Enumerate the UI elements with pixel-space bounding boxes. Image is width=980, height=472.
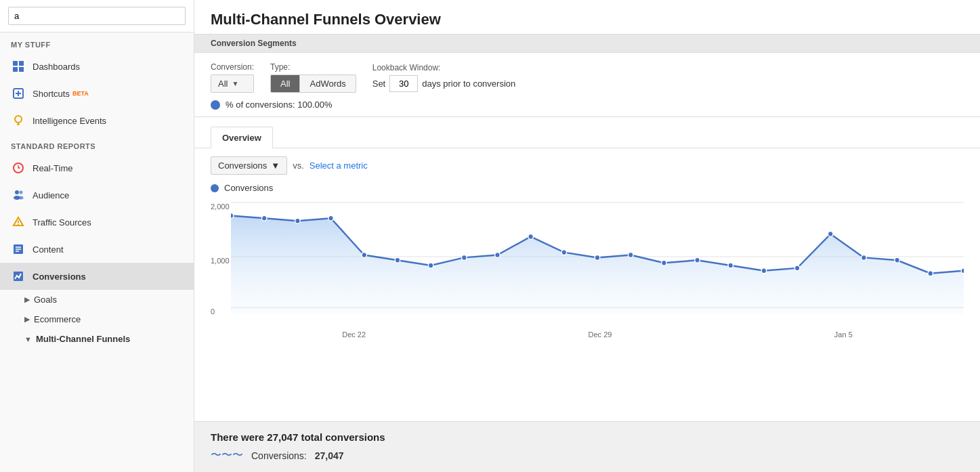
type-all-btn[interactable]: All [271,75,300,92]
sidebar-item-conversions-label: Conversions [33,272,86,282]
main-content: Multi-Channel Funnels Overview Conversio… [194,0,980,472]
squiggle-icon: 〜〜〜 [211,448,243,463]
sidebar-item-realtime-label: Real-Time [33,163,72,173]
goals-label: Goals [34,295,57,305]
totals-headline: There were 27,047 total conversions [211,431,964,443]
chart-area: 2,000 1,000 0 [194,196,980,421]
ecommerce-label: Ecommerce [34,314,81,324]
conversion-chevron: ▼ [232,80,238,87]
sidebar-sub-mcf[interactable]: ▼ Multi-Channel Funnels [0,329,194,349]
svg-point-39 [662,260,667,265]
svg-point-44 [828,232,834,237]
line-chart [231,196,964,314]
x-label-jan5: Jan 5 [834,330,853,339]
sidebar-item-content[interactable]: Content [0,236,194,263]
lookback-set: Set [372,79,386,89]
svg-point-28 [295,218,301,223]
svg-point-34 [495,253,500,258]
svg-point-29 [328,215,334,221]
conversion-dropdown[interactable]: All ▼ [211,74,254,93]
x-axis-labels: Dec 22 Dec 29 Jan 5 [231,328,964,341]
conversion-label: Conversion: [211,62,254,72]
conversion-group: Conversion: All ▼ [211,62,254,93]
search-input[interactable] [8,7,186,25]
y-axis-1000: 1,000 [211,257,230,265]
svg-point-38 [628,253,633,258]
svg-rect-2 [13,67,18,72]
conversion-value: All [218,79,228,89]
lookback-label: Lookback Window: [372,63,516,72]
audience-icon [11,188,26,202]
sidebar-item-intelligence-label: Intelligence Events [33,116,106,126]
svg-rect-0 [13,61,18,66]
sidebar-item-shortcuts[interactable]: Shortcuts BETA [0,80,194,107]
svg-point-12 [20,191,23,194]
metric-label: Conversions [218,160,267,171]
sidebar-item-audience[interactable]: Audience [0,181,194,209]
conversions-value: 27,047 [315,450,344,461]
sidebar-item-traffic[interactable]: Traffic Sources [0,209,194,236]
sidebar-item-dashboards[interactable]: Dashboards [0,53,194,80]
svg-point-41 [728,263,733,268]
goals-arrow: ▶ [24,295,30,304]
sidebar-item-intelligence[interactable]: Intelligence Events [0,107,194,134]
percent-circle [211,100,220,110]
segment-row: Conversion: All ▼ Type: All AdWords Look… [211,62,964,93]
search-box [0,0,194,33]
my-stuff-title: MY STUFF [0,33,194,53]
select-metric-link[interactable]: Select a metric [310,160,368,171]
svg-point-46 [895,257,900,263]
y-axis-2000: 2,000 [211,202,230,211]
svg-point-37 [595,255,600,260]
svg-point-7 [15,116,22,123]
sidebar-item-audience-label: Audience [33,190,69,200]
svg-point-47 [928,271,933,276]
svg-point-45 [861,255,867,260]
bulb-icon [11,113,26,128]
sidebar-sub-goals[interactable]: ▶ Goals [0,290,194,309]
svg-point-14 [19,196,24,200]
legend-label: Conversions [224,183,273,193]
svg-point-30 [362,253,367,258]
svg-point-27 [261,215,267,221]
chart-legend: Conversions [194,180,980,196]
percent-row: % of conversions: 100.00% [211,100,964,110]
mcf-arrow: ▼ [24,335,32,343]
svg-point-32 [428,263,433,268]
svg-point-42 [761,268,767,274]
sidebar-item-realtime[interactable]: Real-Time [0,154,194,181]
type-adwords-btn[interactable]: AdWords [300,75,355,92]
lookback-row: Set days prior to conversion [372,75,516,92]
section-bar: Conversion Segments [194,34,980,53]
sidebar-item-conversions[interactable]: Conversions [0,263,194,290]
sidebar: MY STUFF Dashboards Shortcuts BETA [0,0,194,472]
lookback-days-input[interactable] [389,75,418,92]
standard-reports-title: STANDARD REPORTS [0,134,194,154]
grid-icon [11,59,26,74]
overview-tab-bar: Overview [194,117,980,148]
vs-label: vs. [293,160,304,171]
metric-chevron: ▼ [271,160,280,171]
type-group: Type: All AdWords [270,62,356,93]
beta-badge: BETA [72,90,89,97]
svg-point-26 [231,213,234,218]
type-label: Type: [270,62,356,72]
metric-dropdown[interactable]: Conversions ▼ [211,156,287,175]
conversions-label: Conversions: [251,450,307,461]
conversion-segments: Conversion: All ▼ Type: All AdWords Look… [194,53,980,117]
lookback-suffix: days prior to conversion [422,79,515,89]
svg-point-35 [528,234,534,239]
svg-point-11 [15,190,19,194]
conversions-summary: 〜〜〜 Conversions: 27,047 [211,448,964,463]
svg-point-36 [561,250,567,255]
page-title: Multi-Channel Funnels Overview [211,11,964,28]
sidebar-item-traffic-label: Traffic Sources [33,217,91,228]
sidebar-sub-ecommerce[interactable]: ▶ Ecommerce [0,309,194,329]
content-icon [11,242,26,257]
svg-point-48 [961,268,964,274]
svg-rect-3 [19,67,24,72]
overview-tab[interactable]: Overview [211,127,273,148]
svg-point-33 [462,255,467,260]
totals-section: There were 27,047 total conversions 〜〜〜 … [194,421,980,472]
ecommerce-arrow: ▶ [24,315,30,324]
